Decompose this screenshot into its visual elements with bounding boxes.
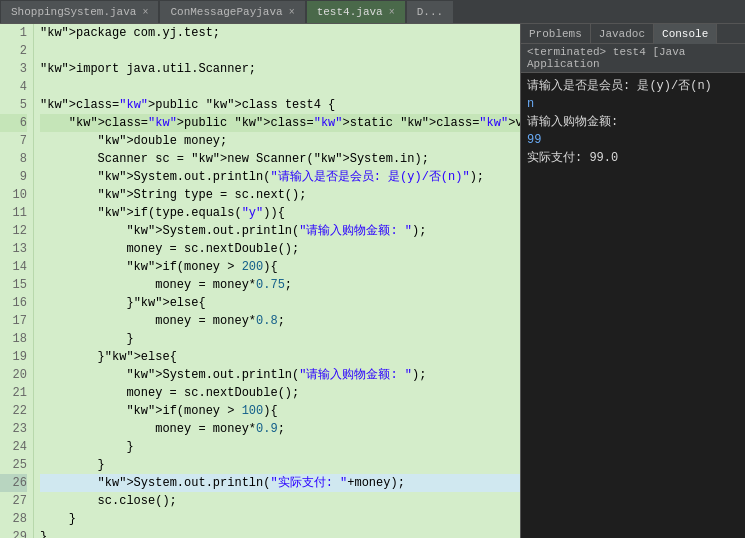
code-line: money = sc.nextDouble();	[40, 384, 520, 402]
line-numbers: 1234567891011121314151617181920212223242…	[0, 24, 34, 538]
line-number: 24	[0, 438, 27, 456]
line-number: 5	[0, 96, 27, 114]
tab-label: ConMessagePayjava	[170, 6, 282, 18]
line-number: 28	[0, 510, 27, 528]
tab-close-icon[interactable]: ×	[389, 7, 395, 18]
code-line: "kw">if(money > 100){	[40, 402, 520, 420]
tab-bar: ShoppingSystem.java × ConMessagePayjava …	[0, 0, 745, 24]
line-number: 1	[0, 24, 27, 42]
code-line: "kw">String type = sc.next();	[40, 186, 520, 204]
console-header: <terminated> test4 [Java Application	[521, 44, 745, 73]
console-body: 请输入是否是会员: 是(y)/否(n)n请输入购物金额:99实际支付: 99.0	[521, 73, 745, 538]
code-line: "kw">double money;	[40, 132, 520, 150]
tab-d[interactable]: D...	[406, 1, 454, 23]
tab-close-icon[interactable]: ×	[289, 7, 295, 18]
line-number: 15	[0, 276, 27, 294]
console-panel: Problems Javadoc Console <terminated> te…	[520, 24, 745, 538]
console-line: 请输入购物金额:	[527, 113, 739, 131]
line-number: 13	[0, 240, 27, 258]
code-line	[40, 42, 520, 60]
tab-test4[interactable]: test4.java ×	[306, 1, 406, 23]
line-number: 16	[0, 294, 27, 312]
code-line: }"kw">else{	[40, 348, 520, 366]
tab-problems[interactable]: Problems	[521, 24, 591, 44]
line-number: 11	[0, 204, 27, 222]
line-number: 20	[0, 366, 27, 384]
line-number: 23	[0, 420, 27, 438]
line-number: 27	[0, 492, 27, 510]
code-line: "kw">System.out.println("实际支付: "+money);	[40, 474, 520, 492]
line-number: 7	[0, 132, 27, 150]
code-line: "kw">import java.util.Scanner;	[40, 60, 520, 78]
code-line: "kw">System.out.println("请输入购物金额: ");	[40, 222, 520, 240]
code-line: "kw">System.out.println("请输入购物金额: ");	[40, 366, 520, 384]
code-line: "kw">System.out.println("请输入是否是会员: 是(y)/…	[40, 168, 520, 186]
line-number: 26	[0, 474, 27, 492]
console-title: <terminated> test4 [Java Application	[527, 46, 685, 70]
code-line: "kw">class="kw">public "kw">class="kw">s…	[40, 114, 520, 132]
console-line: 实际支付: 99.0	[527, 149, 739, 167]
code-editor: 1234567891011121314151617181920212223242…	[0, 24, 520, 538]
tab-label: test4.java	[317, 6, 383, 18]
code-line: }	[40, 456, 520, 474]
code-content: 1234567891011121314151617181920212223242…	[0, 24, 520, 538]
line-number: 17	[0, 312, 27, 330]
line-number: 10	[0, 186, 27, 204]
code-line: }"kw">else{	[40, 294, 520, 312]
tab-javadoc[interactable]: Javadoc	[591, 24, 654, 44]
line-number: 18	[0, 330, 27, 348]
code-line: money = money*0.9;	[40, 420, 520, 438]
line-number: 12	[0, 222, 27, 240]
tab-close-icon[interactable]: ×	[142, 7, 148, 18]
main-area: 1234567891011121314151617181920212223242…	[0, 24, 745, 538]
line-number: 25	[0, 456, 27, 474]
line-number: 19	[0, 348, 27, 366]
line-number: 14	[0, 258, 27, 276]
tab-conmessage[interactable]: ConMessagePayjava ×	[159, 1, 305, 23]
line-number: 3	[0, 60, 27, 78]
line-number: 4	[0, 78, 27, 96]
console-line: 请输入是否是会员: 是(y)/否(n)	[527, 77, 739, 95]
code-line: }	[40, 438, 520, 456]
line-number: 6	[0, 114, 27, 132]
code-line: "kw">class="kw">public "kw">class test4 …	[40, 96, 520, 114]
code-line: money = money*0.75;	[40, 276, 520, 294]
code-line: }	[40, 528, 520, 538]
code-line: }	[40, 330, 520, 348]
line-number: 22	[0, 402, 27, 420]
code-line: "kw">package com.yj.test;	[40, 24, 520, 42]
line-number: 21	[0, 384, 27, 402]
code-line: money = sc.nextDouble();	[40, 240, 520, 258]
code-line: Scanner sc = "kw">new Scanner("kw">Syste…	[40, 150, 520, 168]
code-line: }	[40, 510, 520, 528]
tab-label: ShoppingSystem.java	[11, 6, 136, 18]
line-number: 9	[0, 168, 27, 186]
panel-tabs: Problems Javadoc Console	[521, 24, 745, 44]
code-line: sc.close();	[40, 492, 520, 510]
code-lines: "kw">package com.yj.test; "kw">import ja…	[34, 24, 520, 538]
console-line: n	[527, 95, 739, 113]
tab-console[interactable]: Console	[654, 24, 717, 44]
line-number: 8	[0, 150, 27, 168]
tab-label: D...	[417, 6, 443, 18]
code-line: money = money*0.8;	[40, 312, 520, 330]
code-line: "kw">if(money > 200){	[40, 258, 520, 276]
tab-shoppingsystem[interactable]: ShoppingSystem.java ×	[0, 1, 159, 23]
line-number: 2	[0, 42, 27, 60]
line-number: 29	[0, 528, 27, 538]
code-line: "kw">if(type.equals("y")){	[40, 204, 520, 222]
console-line: 99	[527, 131, 739, 149]
code-line	[40, 78, 520, 96]
